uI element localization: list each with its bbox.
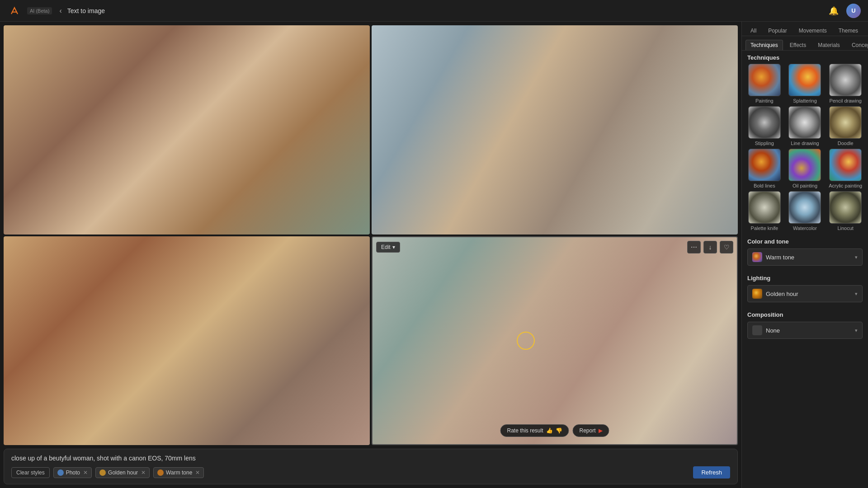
cursor-indicator [517,332,535,350]
splattering-thumbnail [788,64,821,96]
technique-bold-lines[interactable]: Bold lines [745,149,783,188]
linocut-label: Linocut [837,225,853,231]
techniques-grid: Painting Splattering Pencil drawing Stip… [742,64,868,235]
lighting-label: Lighting [747,275,863,282]
acrylic-painting-label: Acrylic painting [829,183,862,188]
image-grid: Edit ▾ ⋯ ↓ ♡ Rate this result 👍 [4,25,738,445]
golden-hour-tag-icon [99,469,106,476]
image-area: Edit ▾ ⋯ ↓ ♡ Rate this result 👍 [0,22,741,488]
technique-watercolor[interactable]: Watercolor [786,191,824,231]
color-tone-chevron-icon: ▾ [855,254,858,260]
photo-tag-close[interactable]: ✕ [83,469,88,476]
thumbs-down-icon: 👎 [556,427,562,434]
tag-photo[interactable]: Photo ✕ [53,467,92,478]
color-tone-section: Color and tone Warm tone ▾ [742,235,868,271]
favorite-button[interactable]: ♡ [720,241,733,253]
tab-popular[interactable]: Popular [763,25,792,36]
prompt-bar: close up of a beutyful woman, shot with … [4,449,738,484]
golden-hour-tag-close[interactable]: ✕ [141,469,146,476]
pencil-drawing-thumbnail [829,64,862,96]
overlay-right-actions: ⋯ ↓ ♡ [687,241,733,253]
image-cell-2[interactable] [372,25,738,235]
composition-value: None [766,327,780,334]
style-category-tabs: Techniques Effects Materials Concepts [742,36,868,51]
rate-button[interactable]: Rate this result 👍 👎 [500,424,569,437]
composition-left: None [752,325,780,335]
splattering-label: Splattering [793,98,817,103]
technique-acrylic-painting[interactable]: Acrylic painting [826,149,864,188]
tab-techniques[interactable]: Techniques [745,40,783,50]
user-avatar[interactable]: U [846,4,861,18]
painting-thumbnail [748,64,781,96]
technique-doodle[interactable]: Doodle [826,106,864,146]
golden-hour-icon [752,289,762,299]
acrylic-painting-thumbnail [829,149,862,181]
color-tone-left: Warm tone [752,252,794,262]
app-logo [7,4,22,18]
tab-movements[interactable]: Movements [794,25,832,36]
bold-lines-label: Bold lines [754,183,775,188]
composition-chevron-icon: ▾ [855,328,858,333]
edit-button[interactable]: Edit ▾ [376,242,400,253]
tag-golden-hour[interactable]: Golden hour ✕ [95,467,150,478]
tag-warm-tone[interactable]: Warm tone ✕ [153,467,204,478]
watercolor-label: Watercolor [793,225,817,231]
download-button[interactable]: ↓ [703,241,717,253]
back-button[interactable]: ‹ [59,7,61,15]
technique-stippling[interactable]: Stippling [745,106,783,146]
prompt-text: close up of a beutyful woman, shot with … [11,455,730,462]
color-tone-dropdown[interactable]: Warm tone ▾ [747,249,863,266]
tab-effects[interactable]: Effects [785,40,811,50]
tab-materials[interactable]: Materials [813,40,845,50]
warm-tone-icon [752,252,762,262]
technique-painting[interactable]: Painting [745,64,783,103]
image-cell-4[interactable]: Edit ▾ ⋯ ↓ ♡ Rate this result 👍 [372,236,738,446]
doodle-label: Doodle [838,141,854,146]
color-tone-value: Warm tone [766,254,794,261]
warm-tone-tag-close[interactable]: ✕ [195,469,200,476]
technique-linocut[interactable]: Linocut [826,191,864,231]
photo-tag-icon [57,469,64,476]
thumbs-up-icon: 👍 [546,427,553,434]
technique-oil-painting[interactable]: Oil painting [786,149,824,188]
doodle-thumbnail [829,106,862,139]
composition-dropdown[interactable]: None ▾ [747,322,863,339]
composition-none-icon [752,325,762,335]
page-title: Text to image [67,7,105,14]
oil-painting-label: Oil painting [793,183,817,188]
pencil-drawing-label: Pencil drawing [829,98,862,103]
image-overlay-toolbar: Edit ▾ ⋯ ↓ ♡ [376,241,733,253]
rate-label: Rate this result [507,427,543,434]
tab-concepts[interactable]: Concepts [847,40,868,50]
topbar-right: 🔔 U [826,4,861,18]
report-icon: ▶ [599,427,603,434]
watercolor-thumbnail [788,191,821,224]
image-cell-3[interactable] [4,236,370,446]
clear-styles-button[interactable]: Clear styles [11,467,50,478]
image-cell-1[interactable] [4,25,370,235]
beta-badge: AI (Beta) [27,7,52,14]
line-drawing-thumbnail [788,106,821,139]
technique-pencil-drawing[interactable]: Pencil drawing [826,64,864,103]
refresh-button[interactable]: Refresh [693,466,730,479]
oil-painting-thumbnail [788,149,821,181]
main-content: Edit ▾ ⋯ ↓ ♡ Rate this result 👍 [0,22,868,488]
warm-tone-tag-icon [157,469,164,476]
lighting-dropdown[interactable]: Golden hour ▾ [747,285,863,302]
tab-all[interactable]: All [745,25,761,36]
technique-line-drawing[interactable]: Line drawing [786,106,824,146]
lighting-left: Golden hour [752,289,798,299]
technique-palette-knife[interactable]: Palette knife [745,191,783,231]
rate-overlay: Rate this result 👍 👎 Report ▶ [500,424,609,437]
more-options-button[interactable]: ⋯ [687,241,701,253]
right-sidebar: All Popular Movements Themes Techniques … [741,22,868,488]
tab-themes[interactable]: Themes [834,25,863,36]
composition-section: Composition None ▾ [742,308,868,344]
notification-icon[interactable]: 🔔 [826,4,841,18]
bold-lines-thumbnail [748,149,781,181]
technique-splattering[interactable]: Splattering [786,64,824,103]
edit-label: Edit [381,244,391,250]
linocut-thumbnail [829,191,862,224]
stippling-thumbnail [748,106,781,139]
report-button[interactable]: Report ▶ [573,424,609,437]
